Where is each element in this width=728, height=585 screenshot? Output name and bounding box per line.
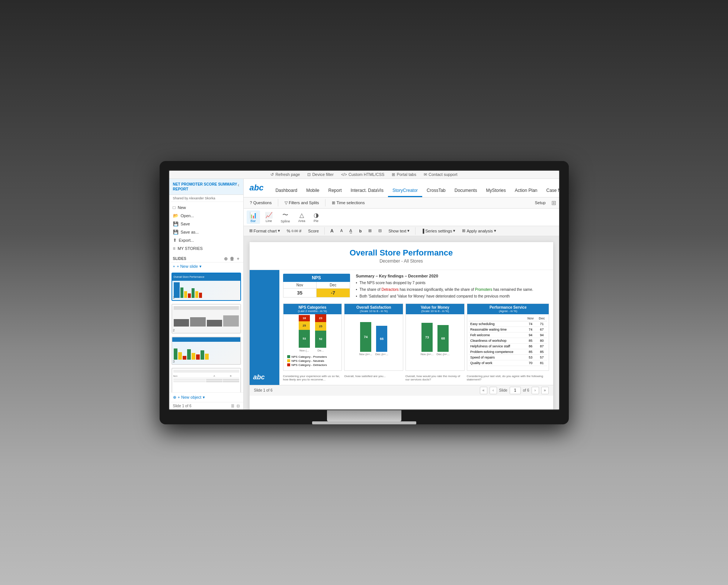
val-bar-dec-label: Dec (n=...	[437, 353, 450, 356]
nav-actionplan[interactable]: Action Plan	[510, 185, 542, 197]
perf-header: Performance Service (Agree - in %)	[467, 304, 549, 314]
new-menu-item[interactable]: □ New	[169, 203, 243, 212]
format-chart-btn[interactable]: ⊞ Format chart ▾	[247, 227, 283, 234]
nps-header: NPS	[283, 274, 350, 282]
slide-layout-btn[interactable]: ☰	[231, 404, 234, 408]
setup-btn[interactable]: Setup	[532, 199, 549, 206]
slide-thumb-1[interactable]: Overall Store Performance	[171, 273, 241, 301]
slide-thumb-2[interactable]: 2	[171, 304, 241, 334]
nps-bar-nov: 53 25 18 Nov (...	[298, 315, 311, 352]
nav-mystories[interactable]: MyStories	[481, 185, 510, 197]
slide-preview-btn[interactable]: ⊡	[237, 404, 240, 408]
sidebar: NET PROMOTER SCORE SUMMARY REPORT ‹ Shar…	[169, 179, 244, 409]
chart-type-area[interactable]: △ Area	[295, 210, 308, 224]
nav-casemgmt[interactable]: Case Mgmt	[542, 185, 559, 197]
perf-row-label: Reasonable waiting time	[469, 327, 525, 332]
bold-btn[interactable]: b	[356, 228, 364, 234]
nav-storycreator[interactable]: StoryCreator	[388, 185, 422, 197]
next-page-btn[interactable]: ›	[532, 387, 539, 394]
chart-type-spline[interactable]: 〜 Spline	[278, 210, 293, 224]
satisfaction-bars: 74 Nov (n=... 66 Dec (n=...	[347, 316, 401, 357]
nav-report[interactable]: Report	[324, 185, 346, 197]
line-chart-icon: 📈	[265, 212, 273, 219]
delete-slide-btn[interactable]: 🗑	[230, 256, 234, 261]
perf-row-dec: 67	[536, 327, 548, 332]
nps-month-dec: Dec	[317, 282, 350, 288]
spline-icon: 〜	[282, 211, 288, 219]
save-as-menu-item[interactable]: 💾 Save as...	[169, 228, 243, 236]
slide-thumb-preview-2	[172, 306, 240, 333]
filters-btn[interactable]: ▽ Filters and Splits	[281, 199, 322, 207]
story-canvas: Overall Store Performance December - All…	[244, 236, 559, 409]
value-for-money-chart: Value for Money (Scale 10 to 8 - in %) 7…	[405, 303, 465, 371]
nav-dashboard[interactable]: Dashboard	[271, 185, 302, 197]
apply-analysis-btn[interactable]: ⊞ Apply analysis ▾	[459, 227, 498, 234]
slide-thumb-3[interactable]: 3	[171, 337, 241, 365]
table-row: Quality of work7081	[469, 360, 548, 366]
table-row: Reasonable waiting time7467	[469, 327, 548, 332]
value-subheader: (Scale 10 to 8 - in %)	[407, 309, 463, 313]
show-text-btn[interactable]: Show text ▾	[386, 227, 412, 234]
chart-type-line[interactable]: 📈 Line	[262, 210, 276, 224]
chevron-down-icon-5: ▾	[453, 228, 455, 233]
neutrals-dot	[287, 359, 290, 362]
contact-support-btn[interactable]: ✉ Contact support	[424, 172, 458, 177]
nav-crosstab[interactable]: CrossTab	[422, 185, 450, 197]
copy-slide-btn[interactable]: ⊕	[224, 256, 228, 261]
new-object-button[interactable]: ⊕ + New object ▾	[169, 392, 243, 402]
collapse-sidebar-btn[interactable]: ‹	[238, 182, 240, 188]
first-page-btn[interactable]: «	[480, 387, 487, 394]
text-format-a[interactable]: A	[328, 227, 336, 235]
slide-thumb-4[interactable]: Item A B 4	[171, 368, 241, 392]
last-page-btn[interactable]: »	[541, 387, 549, 394]
bar-chart-icon: 📊	[250, 212, 257, 219]
val-bar-dec: 68 Dec (n=...	[437, 325, 450, 356]
perf-row-label: Quality of work	[469, 360, 525, 366]
slide-label: Slide 1 of 6	[254, 388, 273, 392]
export-menu-item[interactable]: ⬆ Export...	[169, 236, 243, 244]
perf-row-dec: 81	[536, 360, 548, 366]
slide-subtitle: December - All Stores	[256, 258, 547, 264]
stacked-bar-dec: 52 25 23	[315, 314, 326, 348]
percent-icon: %	[287, 229, 291, 233]
questions-btn[interactable]: ? Questions	[247, 199, 275, 206]
device-filter-btn[interactable]: ⊡ Device filter	[307, 172, 333, 177]
perf-row-dec: 85	[536, 349, 548, 354]
add-slide-btn[interactable]: +	[237, 256, 239, 261]
nav-datavis[interactable]: Interact. DataVis	[346, 185, 388, 197]
score-btn[interactable]: Score	[305, 228, 321, 234]
perf-row-label: Easy scheduling	[469, 321, 525, 327]
series-settings-btn[interactable]: ▐ Series settings ▾	[418, 227, 458, 234]
my-stories-menu-item[interactable]: ≡ MY STORIES	[169, 244, 243, 253]
portal-tabs-btn[interactable]: ⊞ Portal tabs	[392, 172, 416, 177]
chart-format-toolbar: ⊞ Format chart ▾ % 0.00 # Score A	[244, 226, 559, 236]
nav-mobile[interactable]: Mobile	[302, 185, 324, 197]
text-format-a-sm[interactable]: A	[338, 228, 346, 234]
sidebar-header: NET PROMOTER SCORE SUMMARY REPORT ‹	[169, 179, 243, 195]
time-selections-btn[interactable]: ⊞ Time selections	[328, 199, 368, 207]
chart-type-bar[interactable]: 📊 Bar	[247, 210, 260, 224]
open-menu-item[interactable]: 📂 Open...	[169, 212, 243, 220]
time-icon: ⊞	[332, 200, 335, 205]
portal-icon: ⊞	[392, 172, 395, 177]
chart-type-pie[interactable]: ◑ Pie	[311, 210, 322, 224]
new-slide-button[interactable]: + + New slide ▾	[169, 262, 243, 270]
bar-label-nov: Nov (...	[299, 349, 309, 352]
value-bars: 73 Nov (n=... 68 Dec (n=...	[408, 316, 462, 357]
grid-btn[interactable]: ⊟	[376, 227, 384, 234]
custom-html-btn[interactable]: </> Custom HTML/CSS	[341, 172, 384, 177]
prev-page-btn[interactable]: ‹	[490, 387, 497, 394]
perf-row-nov: 86	[525, 343, 536, 349]
sat-bar-dec-rect: 66	[376, 326, 387, 352]
perf-row-nov: 94	[525, 332, 536, 338]
save-menu-item[interactable]: 💾 Save	[169, 220, 243, 228]
page-number-input[interactable]	[510, 387, 521, 394]
bar-icon: ▐	[421, 229, 424, 233]
refresh-page-btn[interactable]: ↺ Refresh page	[270, 172, 300, 177]
screen: ↺ Refresh page ⊡ Device filter </> Custo…	[169, 170, 560, 410]
perf-subheader: (Agree - in %)	[469, 309, 548, 313]
text-color-btn[interactable]: A̲	[347, 227, 355, 234]
slide-content-body: abc NPS Nov Dec	[250, 270, 553, 385]
table-btn[interactable]: ⊞	[366, 227, 374, 234]
nav-documents[interactable]: Documents	[450, 185, 482, 197]
